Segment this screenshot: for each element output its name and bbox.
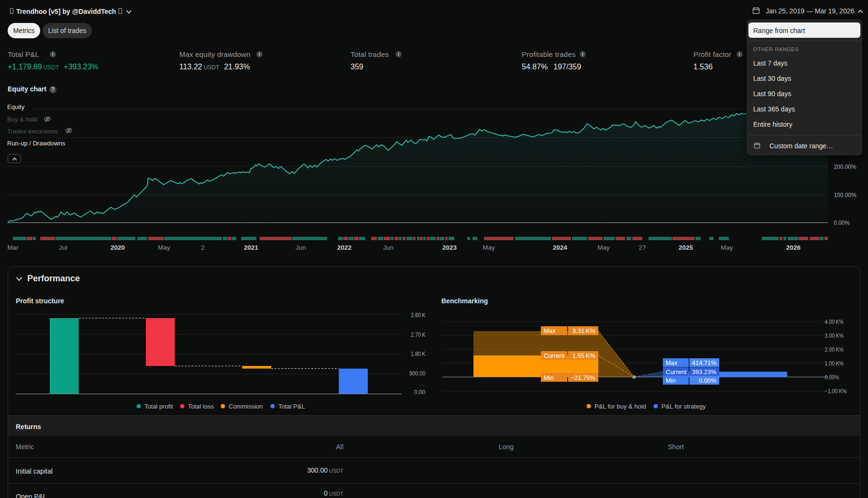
svg-text:Total profit: Total profit (144, 403, 173, 410)
svg-text:Current: Current (544, 352, 565, 359)
svg-text:0.00%: 0.00% (699, 377, 716, 384)
svg-text:3.31 K%: 3.31 K% (572, 327, 596, 334)
svg-text:Max: Max (544, 327, 556, 334)
svg-text:−21.75%: −21.75% (571, 374, 595, 381)
svg-text:Min: Min (544, 374, 554, 381)
svg-text:1.55 K%: 1.55 K% (572, 352, 596, 359)
svg-text:Total loss: Total loss (188, 403, 214, 410)
svg-text:3.00 K%: 3.00 K% (825, 332, 844, 339)
svg-text:414.71%: 414.71% (692, 359, 717, 366)
svg-text:4.00 K%: 4.00 K% (825, 318, 844, 325)
svg-text:Current: Current (666, 368, 687, 376)
svg-text:P&L for strategy: P&L for strategy (661, 403, 706, 410)
svg-text:1.00 K%: 1.00 K% (825, 360, 844, 367)
svg-text:2.00 K%: 2.00 K% (825, 346, 844, 353)
svg-text:0.00: 0.00 (414, 388, 426, 396)
svg-text:1.80 K: 1.80 K (411, 350, 426, 357)
svg-text:Total P&L: Total P&L (278, 403, 305, 410)
svg-text:Max: Max (666, 359, 678, 366)
svg-text:900.00: 900.00 (409, 370, 426, 377)
svg-text:0.00%: 0.00% (825, 374, 839, 381)
svg-text:3.60 K: 3.60 K (411, 311, 426, 319)
svg-text:2.70 K: 2.70 K (411, 331, 426, 338)
svg-text:Commission: Commission (229, 403, 263, 410)
svg-text:393.23%: 393.23% (692, 368, 717, 376)
svg-text:−1.00 K%: −1.00 K% (825, 387, 847, 395)
svg-text:Min: Min (666, 377, 676, 384)
svg-text:P&L for buy & hold: P&L for buy & hold (594, 403, 646, 410)
